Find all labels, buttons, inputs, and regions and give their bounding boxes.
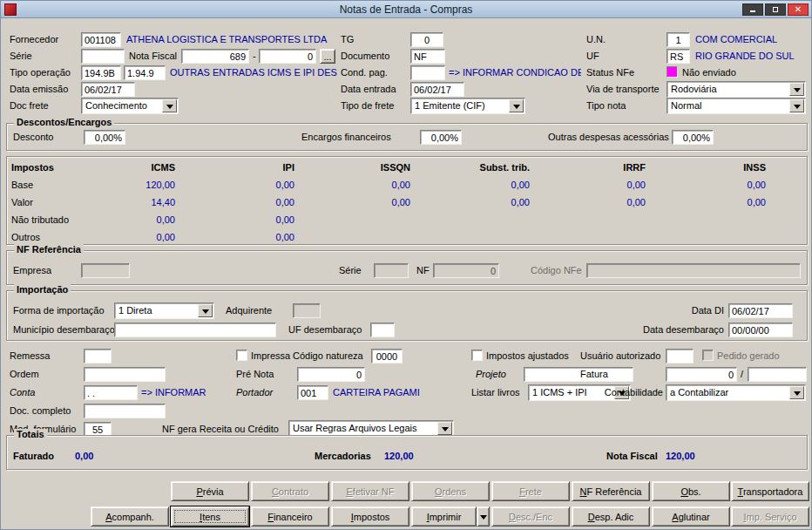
codigo-natureza-input[interactable] (371, 349, 403, 364)
nota-fiscal-subnumero-input[interactable] (259, 49, 316, 64)
pre-nota-label: Pré Nota (236, 369, 274, 380)
tipo-operacao-label: Tipo operação (10, 67, 71, 78)
portador-hint: CARTEIRA PAGAMI (333, 387, 468, 398)
data-emissao-input[interactable] (81, 82, 135, 97)
data-desembaraco-input[interactable] (728, 323, 793, 337)
un-label: U.N. (586, 34, 606, 45)
chevron-down-icon[interactable] (162, 99, 177, 112)
chevron-down-icon[interactable] (789, 386, 804, 399)
chevron-down-icon[interactable] (198, 304, 213, 317)
via-transporte-select[interactable]: Rodoviária (667, 81, 806, 98)
encargos-input[interactable] (420, 130, 462, 145)
uf-desembaraco-input[interactable] (370, 323, 395, 337)
documento-input[interactable] (410, 49, 445, 64)
imp-servico-button: Imp. Serviço (731, 506, 809, 527)
pre-nota-input[interactable] (297, 367, 365, 382)
nota-fiscal-total-label: Nota Fiscal (606, 451, 658, 462)
nota-fiscal-total-value: 120,00 (666, 451, 695, 462)
nf-ref-serie-input (374, 263, 409, 278)
via-transporte-label: Via de transporte (586, 84, 660, 95)
impressa-checkbox[interactable] (236, 350, 247, 361)
tipo-operacao-descricao: OUTRAS ENTRADAS ICMS E IPI DEST (170, 67, 337, 78)
nota-fiscal-browse-button[interactable]: ... (320, 49, 335, 64)
close-button[interactable] (788, 3, 809, 16)
serie-label: Série (10, 51, 32, 62)
documento-label: Documento (341, 51, 389, 62)
doc-completo-input[interactable] (84, 404, 166, 418)
ordem-label: Ordem (10, 369, 39, 380)
frete-button: Frete (491, 481, 570, 501)
impressa-label: Impressa (251, 350, 290, 362)
desp-adic-button[interactable]: Desp. Adic (572, 506, 650, 527)
tipo-operacao-code-input[interactable] (81, 65, 121, 80)
tipo-frete-label: Tipo de frete (341, 100, 394, 112)
data-di-input[interactable] (728, 303, 793, 318)
remessa-input[interactable] (84, 349, 112, 364)
col-irrf: IRRF (530, 162, 646, 173)
impostos-button[interactable]: Impostos (331, 506, 409, 527)
faturado-label: Faturado (13, 451, 54, 462)
doc-frete-select[interactable]: Conhecimento (81, 98, 179, 114)
tg-input[interactable] (410, 32, 443, 47)
fornecedor-name: ATHENA LOGISTICA E TRANSPORTES LTDA (126, 34, 337, 45)
uf-input[interactable] (667, 49, 690, 64)
tipo-operacao-cfop-input[interactable] (124, 65, 166, 80)
usuario-autorizado-input[interactable] (666, 349, 694, 364)
obs-button[interactable]: Obs. (652, 481, 730, 501)
maximize-button[interactable] (765, 3, 786, 16)
data-emissao-label: Data emissão (10, 84, 68, 95)
codigo-nfe-input (586, 263, 801, 278)
un-name: COM COMERCIAL (695, 34, 809, 45)
portador-input[interactable] (297, 385, 328, 400)
adquirente-label: Adquirente (226, 305, 272, 316)
tipo-nota-label: Tipo nota (586, 100, 626, 112)
serie-input[interactable] (81, 49, 125, 64)
chevron-down-icon[interactable] (789, 99, 804, 112)
minimize-button[interactable] (742, 3, 763, 16)
itens-button[interactable]: Itens (171, 506, 249, 527)
pedido-gerado-label: Pedido gerado (717, 350, 780, 362)
municipio-desembaraco-input[interactable] (114, 323, 276, 337)
window-title: Notas de Entrada - Compras (1, 3, 811, 16)
financeiro-button[interactable]: Financeiro (251, 506, 329, 527)
projeto-input[interactable] (524, 367, 633, 382)
fatura-input[interactable] (666, 367, 737, 382)
forma-importacao-select[interactable]: 1 Direta (114, 302, 214, 319)
un-input[interactable] (667, 32, 690, 47)
fornecedor-input[interactable] (81, 32, 121, 47)
portador-label: Portador (236, 387, 273, 398)
impostos-ajustados-checkbox[interactable] (471, 350, 483, 361)
aglutinar-button[interactable]: Aglutinar (652, 506, 730, 527)
nota-fiscal-numero-input[interactable] (181, 49, 249, 64)
nf-referencia-button[interactable]: NF Referência (572, 481, 650, 501)
transportadora-button[interactable]: Transportadora (731, 481, 809, 501)
contabilidade-select[interactable]: a Contabilizar (666, 384, 806, 401)
contrato-button: Contrato (251, 481, 329, 501)
municipio-desembaraco-label: Município desembaraço (13, 324, 115, 336)
desconto-input[interactable] (84, 130, 125, 145)
cond-pag-input[interactable] (410, 65, 445, 80)
impostos-row-outros: Outros 0,00 0,00 (11, 232, 769, 242)
tipo-nota-select[interactable]: Normal (667, 98, 806, 114)
nota-fiscal-separator: - (253, 51, 256, 62)
ordem-input[interactable] (84, 367, 166, 382)
data-entrada-label: Data entrada (341, 84, 396, 95)
acompanh-button[interactable]: Acompanh. (91, 506, 169, 527)
chevron-down-icon[interactable] (789, 83, 804, 96)
codigo-nfe-label: Código NFe (531, 265, 582, 276)
imprimir-dropdown-button[interactable] (477, 506, 490, 527)
fatura-parcela-input[interactable] (748, 367, 807, 382)
chevron-down-icon[interactable] (437, 422, 452, 435)
adquirente-input (293, 303, 321, 318)
chevron-down-icon (480, 515, 487, 523)
previa-button[interactable]: Prévia (171, 481, 249, 501)
tipo-frete-select[interactable]: 1 Emitente (CIF) (410, 98, 525, 114)
data-entrada-input[interactable] (410, 82, 464, 97)
chevron-down-icon[interactable] (509, 99, 524, 112)
conta-input[interactable] (84, 385, 138, 400)
imprimir-button[interactable]: Imprimir (411, 506, 477, 527)
ordens-button: Ordens (411, 481, 490, 501)
nf-ref-nf-label: NF (416, 265, 430, 276)
outras-despesas-input[interactable] (672, 130, 714, 145)
mercadorias-label: Mercadorias (315, 451, 371, 462)
